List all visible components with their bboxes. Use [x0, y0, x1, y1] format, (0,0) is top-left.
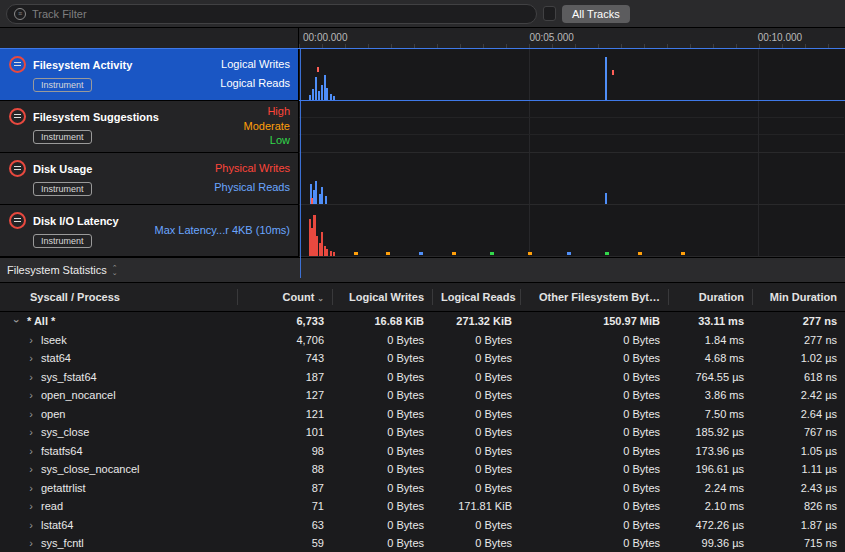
cell-other-filesystem-byt: 0 Bytes — [520, 500, 668, 512]
track-header-filesystem-activity[interactable]: Filesystem ActivityInstrumentLogical Wri… — [0, 49, 299, 101]
track-row-filesystem-activity[interactable]: Filesystem ActivityInstrumentLogical Wri… — [0, 49, 845, 101]
cell-count: 743 — [237, 352, 332, 364]
graph-spike — [319, 194, 321, 204]
track-graph-filesystem-activity[interactable] — [299, 49, 845, 101]
lane-label: High — [267, 105, 290, 117]
cell-other-filesystem-byt: 150.97 MiB — [520, 315, 668, 327]
all-tracks-button[interactable]: All Tracks — [562, 5, 630, 23]
table-row-sys-close[interactable]: ›sys_close1010 Bytes0 Bytes0 Bytes185.92… — [0, 423, 845, 442]
track-lane-labels: Logical WritesLogical Reads — [220, 51, 290, 96]
table-row-fstatfs64[interactable]: ›fstatfs64980 Bytes0 Bytes0 Bytes173.96 … — [0, 442, 845, 461]
filter-icon: ≡ — [14, 8, 26, 20]
track-header-disk-usage[interactable]: Disk UsageInstrumentPhysical WritesPhysi… — [0, 153, 299, 205]
disclosure-collapsed-icon[interactable]: › — [27, 389, 35, 401]
column-header-duration[interactable]: Duration — [668, 289, 752, 305]
disclosure-collapsed-icon[interactable]: › — [27, 537, 35, 549]
track-title: Filesystem Activity — [33, 59, 132, 71]
disclosure-collapsed-icon[interactable]: › — [27, 408, 35, 420]
track-row-disk-i-o-latency[interactable]: Disk I/O LatencyInstrumentMax Latency...… — [0, 205, 845, 257]
cell-count: 4,706 — [237, 334, 332, 346]
syscall-name: sys_fstat64 — [41, 371, 97, 383]
table-row-getattrlist[interactable]: ›getattrlist870 Bytes0 Bytes0 Bytes2.24 … — [0, 479, 845, 498]
cell-other-filesystem-byt: 0 Bytes — [520, 519, 668, 531]
timeline-ruler-row: 00:00.000 00:05.000 00:10.000 — [0, 28, 845, 49]
graph-spike — [333, 96, 335, 100]
table-row-sys-close-nocancel[interactable]: ›sys_close_nocancel880 Bytes0 Bytes0 Byt… — [0, 460, 845, 479]
cell-count: 98 — [237, 445, 332, 457]
track-row-filesystem-suggestions[interactable]: Filesystem SuggestionsInstrumentHighMode… — [0, 101, 845, 153]
cell-duration: 185.92 µs — [668, 426, 752, 438]
syscall-name: lstat64 — [41, 519, 73, 531]
disclosure-collapsed-icon[interactable]: › — [27, 482, 35, 494]
disclosure-collapsed-icon[interactable]: › — [27, 519, 35, 531]
table-row-stat64[interactable]: ›stat647430 Bytes0 Bytes0 Bytes4.68 ms1.… — [0, 349, 845, 368]
cell-logical-writes: 0 Bytes — [332, 426, 432, 438]
track-title: Disk Usage — [33, 163, 92, 175]
cell-duration: 33.11 ms — [668, 315, 752, 327]
lane-label: Logical Reads — [220, 77, 290, 89]
table-row-sys-fstat64[interactable]: ›sys_fstat641870 Bytes0 Bytes0 Bytes764.… — [0, 368, 845, 387]
table-row-sys-fcntl[interactable]: ›sys_fcntl590 Bytes0 Bytes0 Bytes99.36 µ… — [0, 534, 845, 552]
detail-jump-bar[interactable]: Filesystem Statistics ⌃⌄ — [0, 257, 845, 283]
filter-options-button[interactable] — [543, 6, 556, 21]
table-row-read[interactable]: ›read710 Bytes171.81 KiB0 Bytes2.10 ms82… — [0, 497, 845, 516]
track-header-filesystem-suggestions[interactable]: Filesystem SuggestionsInstrumentHighMode… — [0, 101, 299, 153]
syscall-name: sys_close_nocancel — [41, 463, 139, 475]
disclosure-collapsed-icon[interactable]: › — [27, 371, 35, 383]
cell-other-filesystem-byt: 0 Bytes — [520, 463, 668, 475]
column-header-logical-reads[interactable]: Logical Reads — [432, 289, 520, 305]
disclosure-expanded-icon[interactable]: › — [11, 317, 23, 325]
column-header-syscall-process[interactable]: Syscall / Process — [0, 289, 237, 305]
cell-count: 87 — [237, 482, 332, 494]
timeline-ruler[interactable]: 00:00.000 00:05.000 00:10.000 — [299, 28, 845, 48]
cell-count: 88 — [237, 463, 332, 475]
cell-logical-reads: 0 Bytes — [432, 371, 520, 383]
table-row-open[interactable]: ›open1210 Bytes0 Bytes0 Bytes7.50 ms2.64… — [0, 405, 845, 424]
cell-other-filesystem-byt: 0 Bytes — [520, 334, 668, 346]
instrument-badge: Instrument — [33, 78, 92, 92]
lane-label: Physical Reads — [214, 181, 290, 193]
disclosure-collapsed-icon[interactable]: › — [27, 463, 35, 475]
cell-other-filesystem-byt: 0 Bytes — [520, 426, 668, 438]
column-header-logical-writes[interactable]: Logical Writes — [332, 289, 432, 305]
graph-spike — [324, 75, 326, 101]
graph-spike — [315, 77, 317, 100]
cell-min-duration: 767 ns — [752, 426, 845, 438]
cell-duration: 472.26 µs — [668, 519, 752, 531]
instrument-badge: Instrument — [33, 234, 92, 248]
disclosure-collapsed-icon[interactable]: › — [27, 352, 35, 364]
graph-spike — [605, 57, 607, 100]
track-lane-labels: HighModerateLow — [244, 103, 290, 148]
instrument-badge: Instrument — [33, 182, 92, 196]
playhead-line — [300, 49, 301, 278]
cell-count: 71 — [237, 500, 332, 512]
table-row-all[interactable]: ›* All *6,73316.68 KiB271.32 KiB150.97 M… — [0, 312, 845, 331]
table-row-open-nocancel[interactable]: ›open_nocancel1270 Bytes0 Bytes0 Bytes3.… — [0, 386, 845, 405]
graph-spike — [317, 67, 319, 72]
ruler-tick: 00:05.000 — [529, 32, 574, 43]
column-header-min-duration[interactable]: Min Duration — [752, 289, 845, 305]
cell-min-duration: 2.43 µs — [752, 482, 845, 494]
disclosure-collapsed-icon[interactable]: › — [27, 426, 35, 438]
table-row-lseek[interactable]: ›lseek4,7060 Bytes0 Bytes0 Bytes1.84 ms2… — [0, 331, 845, 350]
disclosure-collapsed-icon[interactable]: › — [27, 500, 35, 512]
syscall-name: lseek — [41, 334, 67, 346]
track-row-disk-usage[interactable]: Disk UsageInstrumentPhysical WritesPhysi… — [0, 153, 845, 205]
column-header-count[interactable]: Count⌄ — [237, 289, 332, 305]
table-row-lstat64[interactable]: ›lstat64630 Bytes0 Bytes0 Bytes472.26 µs… — [0, 516, 845, 535]
syscall-name: getattrlist — [41, 482, 86, 494]
track-graph-disk-i-o-latency[interactable] — [299, 205, 845, 257]
cell-other-filesystem-byt: 0 Bytes — [520, 482, 668, 494]
cell-min-duration: 1.87 µs — [752, 519, 845, 531]
cell-duration: 4.68 ms — [668, 352, 752, 364]
track-header-disk-i-o-latency[interactable]: Disk I/O LatencyInstrumentMax Latency...… — [0, 205, 299, 257]
track-graph-disk-usage[interactable] — [299, 153, 845, 205]
track-filter-input[interactable] — [32, 8, 529, 20]
disclosure-collapsed-icon[interactable]: › — [27, 334, 35, 346]
cell-other-filesystem-byt: 0 Bytes — [520, 445, 668, 457]
track-graph-filesystem-suggestions[interactable] — [299, 101, 845, 153]
disclosure-collapsed-icon[interactable]: › — [27, 445, 35, 457]
graph-spike — [452, 252, 456, 255]
track-filter-field[interactable]: ≡ — [6, 4, 537, 24]
column-header-other-filesystem-byt[interactable]: Other Filesystem Byt… — [520, 289, 668, 305]
